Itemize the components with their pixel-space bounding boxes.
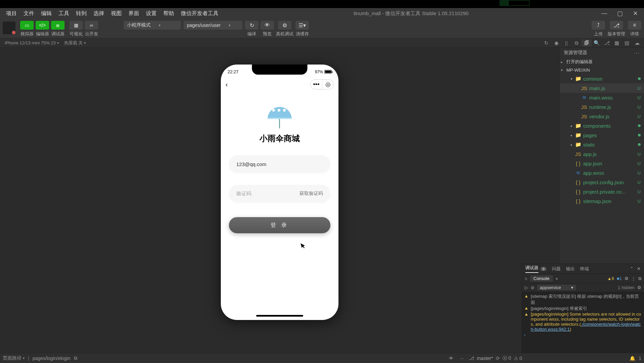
console-prompt[interactable]: › <box>522 332 644 338</box>
simulator-toggle[interactable]: ▭ <box>20 21 34 30</box>
page-path-status[interactable]: 页面路径 ▾ <box>3 355 25 361</box>
info-count[interactable]: ■1 <box>617 276 622 281</box>
more-status-icon[interactable]: ··· <box>458 356 466 361</box>
debugger-toggle[interactable]: ≣ <box>51 21 65 30</box>
collapse-icon[interactable]: ⌃ <box>630 266 634 271</box>
eye-status-icon[interactable]: 👁 <box>447 356 455 361</box>
menu-view[interactable]: 视图 <box>108 9 125 18</box>
cloud-toggle[interactable]: ∞ <box>85 21 98 30</box>
close-panel-icon[interactable]: ✕ <box>637 266 641 271</box>
editor-toggle[interactable]: </> <box>36 21 49 30</box>
console-source-link[interactable]: ./components/watch-login/watch-button.wx… <box>531 322 641 332</box>
devtools-more-icon[interactable]: ⋮ <box>631 276 636 281</box>
tree-file[interactable]: JSapp.jsU <box>560 149 644 159</box>
tree-file[interactable]: ≋app.wxssU <box>560 168 644 177</box>
open-editors-section[interactable]: ▸ 打开的编辑器 <box>560 58 644 66</box>
tree-file[interactable]: { }sitemap.jsonU <box>560 196 644 206</box>
tree-file[interactable]: ≋main.wxssU <box>560 93 644 102</box>
window-maximize-icon[interactable]: ▢ <box>616 10 624 17</box>
explorer-icon[interactable]: 🗐 <box>581 39 592 47</box>
reload-icon[interactable]: ↻ <box>541 40 551 46</box>
device-select[interactable]: iPhone 12/13 mini 75% 23 ▾ <box>2 40 62 45</box>
menu-goto[interactable]: 转到 <box>73 9 90 18</box>
window-close-icon[interactable]: ✕ <box>631 10 639 17</box>
remote-debug-button[interactable]: ⚙ <box>278 21 291 30</box>
tree-folder[interactable]: ▸📁static <box>560 140 644 149</box>
play-icon[interactable]: ▷ <box>525 285 528 290</box>
get-code-link[interactable]: 获取验证码 <box>299 191 323 197</box>
page-path-select[interactable]: pages/user/user ▾ <box>184 21 242 30</box>
account-avatar[interactable] <box>3 22 15 34</box>
console-log-line: ▲[sitemap 索引情况提示] 根据 sitemap 的规则[0]，当前页面 <box>522 293 644 306</box>
capsule-menu-icon[interactable]: ••• <box>311 80 322 89</box>
tree-file[interactable]: { }project.private.co...U <box>560 187 644 196</box>
warning-count[interactable]: ⚠ 0 <box>514 356 522 361</box>
tab-problems[interactable]: 问题 <box>552 266 561 272</box>
upload-button[interactable]: ⤴ <box>592 21 605 30</box>
record-icon[interactable]: ◉ <box>551 40 561 46</box>
git-branch-name[interactable]: master* <box>477 356 493 361</box>
devtools-settings-icon[interactable]: ⚙ <box>625 276 629 281</box>
card-icon[interactable]: ▤ <box>622 40 632 46</box>
tree-file[interactable]: JSruntime.jsU <box>560 102 644 112</box>
login-button[interactable]: 登 录 <box>229 217 330 233</box>
clear-console-icon[interactable]: ⊘ <box>531 285 534 290</box>
code-placeholder: 验证码 <box>236 191 299 197</box>
menu-file[interactable]: 文件 <box>20 9 38 18</box>
explorer-more-icon[interactable]: ··· <box>634 50 640 55</box>
version-button[interactable]: ⎇ <box>610 21 623 30</box>
popout-icon[interactable]: ⧉ <box>571 40 581 46</box>
tree-file[interactable]: { }project.config.jsonU <box>560 177 644 187</box>
project-root-section[interactable]: ▾ MP-WEIXIN <box>560 66 644 74</box>
tree-folder[interactable]: ▾📁common <box>560 74 644 83</box>
hot-reload-select[interactable]: 热重载 关 ▾ <box>62 40 89 46</box>
menu-settings[interactable]: 设置 <box>143 9 160 18</box>
code-field[interactable]: 验证码 获取验证码 <box>229 185 330 202</box>
tab-debugger[interactable]: 调试器 <box>525 265 538 273</box>
menu-tools[interactable]: 工具 <box>55 9 73 18</box>
bell-icon[interactable]: 🔔 <box>630 356 635 361</box>
menu-project[interactable]: 项目 <box>3 9 20 18</box>
more-tabs-icon[interactable]: » <box>556 276 558 281</box>
details-button[interactable]: ≡ <box>628 21 641 30</box>
tree-folder[interactable]: ▸📁pages <box>560 130 644 140</box>
inspect-icon[interactable]: ⟐ <box>525 276 527 281</box>
email-field[interactable]: 123@qq.com <box>229 155 330 173</box>
capsule-close-icon[interactable]: ◎ <box>322 80 333 89</box>
window-minimize-icon[interactable]: — <box>600 10 608 17</box>
visual-toggle[interactable]: ▦ <box>69 21 83 30</box>
console-body[interactable]: ▲[sitemap 索引情况提示] 根据 sitemap 的规则[0]，当前页面… <box>522 292 644 353</box>
copy-icon[interactable]: ⧉ <box>74 355 77 361</box>
tab-terminal[interactable]: 终端 <box>580 266 589 272</box>
menu-help[interactable]: 帮助 <box>160 9 177 18</box>
cloud-small-icon[interactable]: ☁ <box>632 40 642 46</box>
search-icon[interactable]: 🔍 <box>592 40 602 46</box>
git-branch-icon[interactable]: ⎇ <box>469 356 474 361</box>
menu-interface[interactable]: 界面 <box>125 9 143 18</box>
error-count[interactable]: ⓧ 0 <box>502 355 511 361</box>
compile-mode-select[interactable]: 小程序模式 ▾ <box>124 21 181 30</box>
compile-button[interactable]: ↻ <box>245 21 258 30</box>
tab-output[interactable]: 输出 <box>566 266 575 272</box>
clear-cache-button[interactable]: ☰▾ <box>295 21 309 30</box>
source-control-icon[interactable]: ⎇ <box>602 40 612 46</box>
warn-count[interactable]: ▲6 <box>607 276 614 281</box>
modified-dot-icon <box>638 124 641 127</box>
back-icon[interactable]: ‹ <box>226 81 228 88</box>
tree-file[interactable]: JSvendor.jsU <box>560 112 644 121</box>
tree-file[interactable]: JSmain.jsU <box>560 83 644 93</box>
menu-edit[interactable]: 编辑 <box>38 9 55 18</box>
tree-folder[interactable]: ▸📁components <box>560 121 644 130</box>
menu-select[interactable]: 选择 <box>90 9 108 18</box>
hidden-count[interactable]: 1 hidden <box>618 285 635 290</box>
preview-button[interactable]: 👁 <box>260 21 274 30</box>
extensions-icon[interactable]: ▦ <box>612 40 622 46</box>
tree-file[interactable]: { }app.jsonU <box>560 159 644 168</box>
console-settings-icon[interactable]: ⚙ <box>637 285 641 290</box>
tab-console[interactable]: Console <box>530 275 553 282</box>
devtools-dock-icon[interactable]: ⧉ <box>638 276 641 281</box>
phone-icon[interactable]: ▯ <box>561 40 571 46</box>
sync-icon[interactable]: ⟳ <box>496 356 500 361</box>
menu-wxdevtool[interactable]: 微信开发者工具 <box>177 9 222 18</box>
console-scope-select[interactable]: appservice ▾ <box>537 285 576 290</box>
